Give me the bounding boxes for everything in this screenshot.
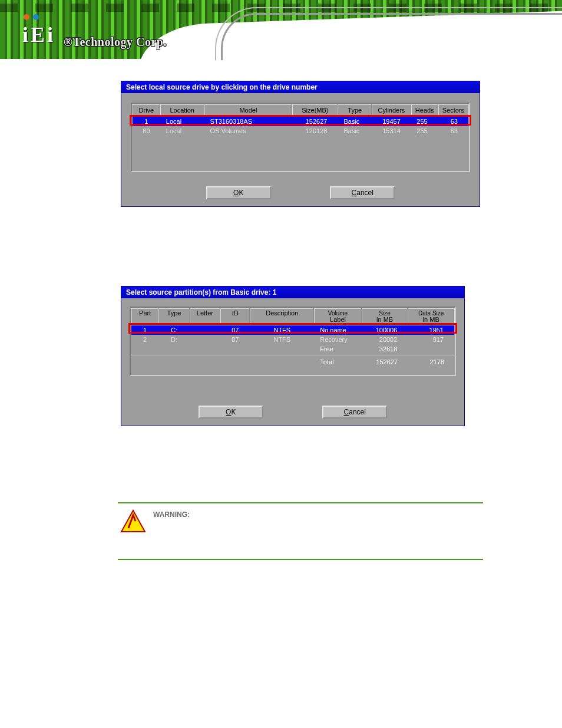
cell: Recovery: [314, 335, 362, 344]
cell: NTFS: [250, 325, 314, 335]
separator: [131, 355, 455, 356]
col-heads[interactable]: Heads: [411, 104, 438, 116]
dialog2-title: Select source partition(s) from Basic dr…: [121, 286, 464, 298]
header-swoosh: [138, 0, 562, 71]
cancel-button[interactable]: Cancel: [330, 186, 395, 199]
ok-button[interactable]: OK: [206, 186, 271, 199]
cancel-button[interactable]: Cancel: [322, 406, 387, 419]
cell: 152627: [292, 116, 338, 126]
drive-row[interactable]: 80 Local OS Volumes 120128 Basic 15314 2…: [133, 126, 468, 136]
col-sizemb[interactable]: Sizein MB: [362, 308, 408, 325]
col-letter[interactable]: Letter: [190, 308, 220, 325]
partition-row-selected[interactable]: 1 C: 07 NTFS No name 100006 1951: [131, 325, 454, 335]
col-type[interactable]: Type: [338, 104, 372, 116]
warning-section: WARNING:: [118, 502, 483, 560]
cell: 2: [131, 335, 158, 344]
cell: [190, 325, 220, 335]
partition-row[interactable]: 2 D: 07 NTFS Recovery 20002 917: [131, 335, 454, 344]
cell: 255: [411, 126, 438, 136]
drive-table-header: Drive Location Model Size(MB) Type Cylin…: [133, 104, 468, 116]
partition-table: Part Type Letter ID Description VolumeLa…: [131, 308, 455, 354]
warning-icon: [120, 509, 146, 533]
logo-letters: iEi: [22, 22, 55, 47]
cell: 07: [220, 335, 250, 344]
ok-label-rest: K: [239, 189, 243, 197]
cell: [190, 335, 220, 344]
partition-table-header: Part Type Letter ID Description VolumeLa…: [131, 308, 454, 325]
tech-corp-text: ®Technology Corp.: [64, 35, 167, 49]
cell: Basic: [338, 126, 372, 136]
drive-table: Drive Location Model Size(MB) Type Cylin…: [132, 104, 469, 136]
logo-dots: [22, 14, 39, 20]
cell: 120128: [292, 126, 338, 136]
cell: Basic: [338, 116, 372, 126]
col-datasize[interactable]: Data Sizein MB: [408, 308, 454, 325]
cell: 100006: [362, 325, 408, 335]
col-sectors[interactable]: Sectors: [438, 104, 468, 116]
cell: 19457: [372, 116, 411, 126]
cell: OS Volumes: [204, 126, 293, 136]
col-vol[interactable]: VolumeLabel: [314, 308, 362, 325]
cell: 255: [411, 116, 438, 126]
warning-text: WARNING:: [153, 509, 190, 521]
select-source-partition-dialog: Select source partition(s) from Basic dr…: [121, 286, 465, 426]
warning-bottom-rule: [118, 559, 483, 560]
cell: Local: [160, 126, 204, 136]
totals-table: Total 152627 2178: [131, 357, 455, 367]
cancel-label-rest: ancel: [356, 189, 373, 197]
cell: Local: [160, 116, 204, 126]
total-row: Total 152627 2178: [131, 357, 455, 367]
col-size[interactable]: Size(MB): [292, 104, 338, 116]
cell: D:: [158, 335, 189, 344]
logo: iEi: [22, 12, 55, 47]
cell: 917: [408, 335, 454, 344]
free-row: Free 32618: [131, 344, 454, 354]
cell: 1: [131, 325, 158, 335]
cell: No name: [314, 325, 362, 335]
warning-heading: WARNING:: [153, 510, 190, 519]
cell: C:: [158, 325, 189, 335]
cell: 63: [438, 126, 468, 136]
drive-row-selected[interactable]: 1 Local ST3160318AS 152627 Basic 19457 2…: [133, 116, 468, 126]
cell: 80: [133, 126, 160, 136]
ok-button[interactable]: OK: [199, 406, 263, 419]
cell: 07: [220, 325, 250, 335]
select-source-drive-dialog: Select local source drive by clicking on…: [121, 81, 480, 207]
dialog1-title: Select local source drive by clicking on…: [121, 81, 480, 93]
cell: ST3160318AS: [204, 116, 293, 126]
logo-dot-blue: [33, 14, 39, 20]
col-cyl[interactable]: Cylinders: [372, 104, 411, 116]
col-part[interactable]: Part: [131, 308, 158, 325]
dialog1-buttons: OK Cancel: [121, 182, 480, 206]
cell: 63: [438, 116, 468, 126]
col-desc[interactable]: Description: [250, 308, 314, 325]
col-location[interactable]: Location: [160, 104, 204, 116]
col-type[interactable]: Type: [158, 308, 189, 325]
logo-dot-orange: [24, 14, 29, 20]
cell: 15314: [372, 126, 411, 136]
cell: NTFS: [250, 335, 314, 344]
col-model[interactable]: Model: [204, 104, 293, 116]
dialog2-buttons: OK Cancel: [121, 401, 464, 426]
col-drive[interactable]: Drive: [133, 104, 160, 116]
cell: 20002: [362, 335, 408, 344]
cell: 1: [133, 116, 160, 126]
col-id[interactable]: ID: [220, 308, 250, 325]
cell: 1951: [408, 325, 454, 335]
